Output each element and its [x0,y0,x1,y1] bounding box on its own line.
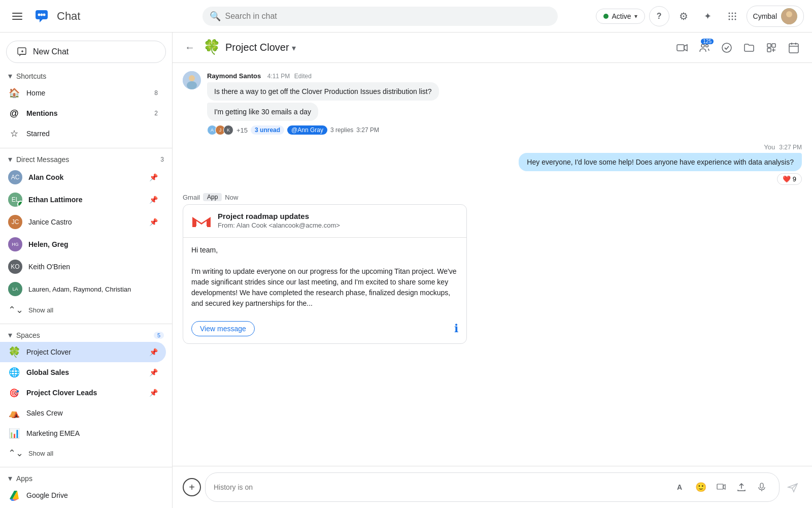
chat-title: Project Clover ▾ [225,42,668,53]
tasks-button[interactable] [717,38,737,58]
shortcuts-section-header[interactable]: ▾ Shortcuts [0,69,172,83]
starred-label: Starred [26,130,158,138]
video-call-button[interactable] [672,38,692,58]
message-group-raymond: Raymond Santos 4:11 PM Edited Is there a… [183,71,802,135]
text-format-icon: A [676,483,685,492]
spaces-section-header[interactable]: ▾ Spaces 5 [0,328,172,342]
hamburger-icon[interactable] [8,9,26,24]
sidebar-item-alan-cook[interactable]: AC Alan Cook 📌 [0,166,166,188]
dm-section-header[interactable]: ▾ Direct Messages 3 [0,152,172,166]
avatar-group: LA [8,282,22,296]
calendar-icon [788,42,800,54]
back-button[interactable]: ← [181,38,199,57]
sidebar-item-global-sales[interactable]: 🌐 Global Sales 📌 [0,362,166,383]
view-message-button[interactable]: View message [191,321,255,336]
dm-badge: 3 [160,156,164,163]
google-drive-icon [8,489,20,501]
sidebar-divider-2 [0,324,172,324]
format-text-button[interactable]: A [671,478,690,496]
gmail-app-label: App [203,193,222,201]
pin-icon-ethan: 📌 [149,196,158,204]
voice-button[interactable] [753,478,771,496]
apps-button[interactable] [722,6,742,26]
raymond-time: 4:11 PM [267,73,290,80]
project-clover-label: Project Clover [26,348,147,356]
sidebar-item-clover-leads[interactable]: 🎯 Project Clover Leads 📌 [0,383,166,403]
global-sales-label: Global Sales [26,368,147,376]
search-input[interactable] [202,7,558,26]
mentions-label: Mentions [26,109,152,117]
sidebar-item-keith[interactable]: KO Keith O'Brien [0,256,166,278]
thread-unread-badge[interactable]: 3 unread [251,125,284,135]
sidebar-item-marketing-emea[interactable]: 📊 Marketing EMEA [0,423,166,443]
app-logo [31,6,52,26]
mentions-icon: @ [8,107,20,119]
svg-rect-31 [767,48,771,52]
status-dot [603,14,608,19]
raymond-sender: Raymond Santos [207,72,261,80]
send-icon [787,482,798,493]
svg-point-11 [731,18,733,20]
sidebar-item-sales-crew[interactable]: ⛺ Sales Crew [0,403,166,423]
chat-title-caret[interactable]: ▾ [292,44,296,52]
own-message-group: You 3:27 PM Hey everyone, I'd love some … [183,143,802,185]
emoji-button[interactable]: 🙂 [692,478,710,496]
upload-button[interactable] [732,478,751,496]
sidebar-item-google-drive[interactable]: Google Drive [0,485,166,505]
sidebar-item-group[interactable]: LA Lauren, Adam, Raymond, Christian [0,278,166,300]
gmail-body-text: Hi team, I'm writing to update everyone … [191,246,457,307]
svg-rect-30 [772,44,775,47]
send-button[interactable] [784,478,802,496]
avatar-keith: KO [8,260,22,274]
sidebar-item-project-clover[interactable]: 🍀 Project Clover 📌 [0,342,166,362]
sidebar-item-helen-greg[interactable]: HG Helen, Greg [0,233,166,256]
video-preview-button[interactable] [712,478,730,496]
sidebar-item-ethan-lattimore[interactable]: EL Ethan Lattimore 📌 [0,188,166,211]
raymond-edited: Edited [294,73,312,80]
svg-rect-32 [789,44,798,53]
svg-point-5 [731,12,733,14]
sidebar-item-starred[interactable]: ☆ Starred [0,123,166,144]
clover-leads-icon: 🎯 [8,387,20,399]
header-actions: 125 [672,38,804,58]
raymond-bubble-2: I'm getting like 30 emails a day [207,103,318,121]
info-icon[interactable]: ℹ [454,322,458,335]
pin-icon-clover: 📌 [149,348,158,356]
account-button[interactable]: Cymbal [747,6,804,27]
sparkle-button[interactable]: ✦ [698,6,718,26]
help-button[interactable]: ? [649,6,669,26]
integrations-button[interactable] [761,38,782,58]
preview-icon [717,483,726,492]
sidebar-item-mentions[interactable]: @ Mentions 2 [0,103,166,123]
grid-icon [727,11,737,21]
pin-icon-janice: 📌 [149,218,158,226]
mic-icon [757,483,766,492]
thread-replies: 3 replies [330,126,353,134]
status-button[interactable]: Active ▾ [596,9,645,24]
new-chat-button[interactable]: New Chat [6,41,166,63]
reaction-heart[interactable]: ❤️ 9 [777,173,802,185]
svg-point-37 [189,75,195,81]
home-badge: 8 [154,89,158,97]
sidebar-item-home[interactable]: 🏠 Home 8 [0,83,166,103]
message-input-wrap: A 🙂 [205,472,780,502]
files-button[interactable] [739,38,759,58]
more-button[interactable] [784,38,804,58]
add-button[interactable]: + [183,478,201,496]
apps-collapse-icon: ▾ [8,473,12,483]
input-actions: A 🙂 [671,478,771,496]
svg-point-1 [38,13,41,16]
home-label: Home [26,89,152,97]
show-all-dm[interactable]: ⌃⌄ Show all [0,300,172,320]
shortcuts-title: Shortcuts [16,72,46,80]
sidebar-item-janice-castro[interactable]: JC Janice Castro 📌 [0,211,166,233]
avatar-ethan: EL [8,193,22,207]
sidebar-item-jira[interactable]: ◆ Jira [0,505,166,508]
apps-section-header[interactable]: ▾ Apps [0,471,172,485]
show-all-spaces[interactable]: ⌃⌄ Show all [0,443,172,463]
message-input[interactable] [214,483,671,491]
settings-button[interactable]: ⚙ [673,6,694,26]
members-button[interactable]: 125 [694,38,715,58]
cymbal-label: Cymbal [753,12,777,20]
sidebar-divider-1 [0,148,172,148]
